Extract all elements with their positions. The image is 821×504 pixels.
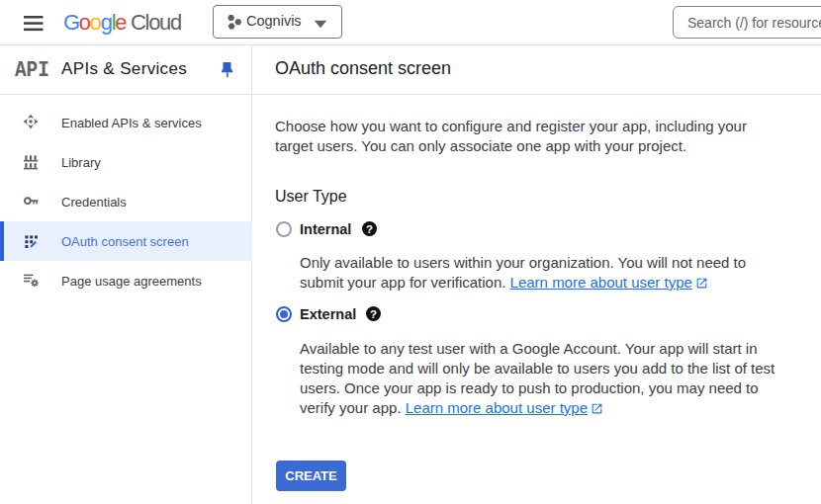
- svg-text:?: ?: [366, 223, 373, 235]
- svg-text:?: ?: [370, 308, 377, 320]
